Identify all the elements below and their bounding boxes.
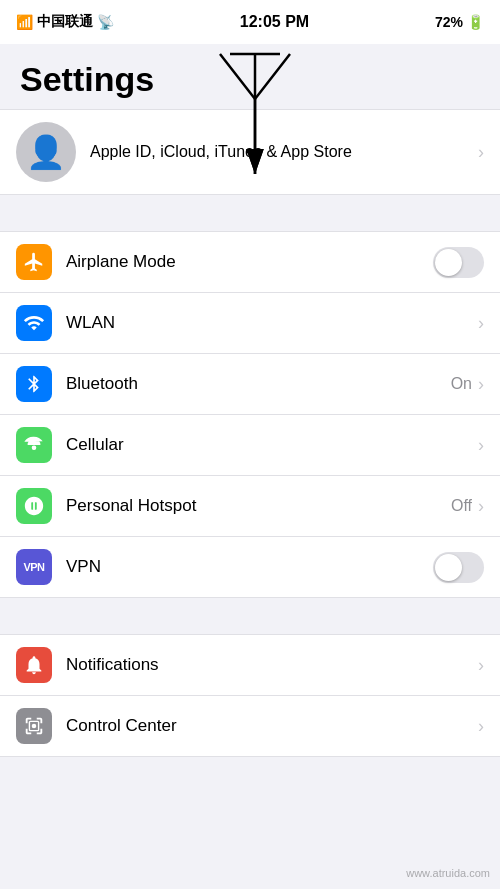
battery-label: 72%	[435, 14, 463, 30]
airplane-icon	[16, 244, 52, 280]
hotspot-label: Personal Hotspot	[66, 496, 451, 516]
wlan-label: WLAN	[66, 313, 472, 333]
hotspot-row[interactable]: Personal Hotspot Off ›	[0, 476, 500, 537]
control-center-row[interactable]: Control Center ›	[0, 696, 500, 756]
network-settings-group: Airplane Mode WLAN › Bluetooth On ›	[0, 231, 500, 598]
bluetooth-chevron-icon: ›	[478, 374, 484, 395]
hotspot-icon	[16, 488, 52, 524]
cellular-chevron-icon: ›	[478, 435, 484, 456]
watermark: www.atruida.com	[406, 867, 490, 879]
airplane-mode-label: Airplane Mode	[66, 252, 433, 272]
vpn-toggle-thumb	[435, 554, 462, 581]
hotspot-chevron-icon: ›	[478, 496, 484, 517]
status-bar: 📶 中国联通 📡 12:05 PM 72% 🔋	[0, 0, 500, 44]
svg-point-5	[32, 445, 37, 450]
airplane-mode-toggle-thumb	[435, 249, 462, 276]
wlan-chevron-icon: ›	[478, 313, 484, 334]
vpn-toggle[interactable]	[433, 552, 484, 583]
vpn-row[interactable]: VPN VPN	[0, 537, 500, 597]
hotspot-value: Off	[451, 497, 472, 515]
cellular-label: Cellular	[66, 435, 472, 455]
bluetooth-label: Bluetooth	[66, 374, 451, 394]
section-divider-1	[0, 195, 500, 231]
control-center-chevron-icon: ›	[478, 716, 484, 737]
section-divider-2	[0, 598, 500, 634]
header: Settings	[0, 44, 500, 109]
airplane-mode-toggle[interactable]	[433, 247, 484, 278]
notifications-chevron-icon: ›	[478, 655, 484, 676]
profile-section: 👤 Apple ID, iCloud, iTunes & App Store ›	[0, 109, 500, 195]
vpn-text: VPN	[23, 561, 44, 573]
wlan-row[interactable]: WLAN ›	[0, 293, 500, 354]
avatar-icon: 👤	[26, 133, 66, 171]
svg-point-7	[32, 724, 37, 729]
battery-icon: 🔋	[467, 14, 484, 30]
cellular-icon	[16, 427, 52, 463]
notifications-label: Notifications	[66, 655, 478, 675]
status-time: 12:05 PM	[240, 13, 309, 31]
cellular-row[interactable]: Cellular ›	[0, 415, 500, 476]
bluetooth-value: On	[451, 375, 472, 393]
control-center-icon	[16, 708, 52, 744]
vpn-label: VPN	[66, 557, 433, 577]
wifi-status-icon: 📡	[97, 14, 114, 30]
notifications-row[interactable]: Notifications ›	[0, 635, 500, 696]
airplane-mode-row[interactable]: Airplane Mode	[0, 232, 500, 293]
profile-label: Apple ID, iCloud, iTunes & App Store	[90, 143, 478, 161]
profile-chevron-icon: ›	[478, 142, 484, 163]
carrier-label: 中国联通	[37, 13, 93, 31]
wlan-icon	[16, 305, 52, 341]
profile-row[interactable]: 👤 Apple ID, iCloud, iTunes & App Store ›	[0, 109, 500, 195]
control-center-label: Control Center	[66, 716, 478, 736]
status-right: 72% 🔋	[435, 14, 484, 30]
bluetooth-icon	[16, 366, 52, 402]
page-title: Settings	[20, 60, 480, 99]
vpn-icon: VPN	[16, 549, 52, 585]
avatar: 👤	[16, 122, 76, 182]
bluetooth-row[interactable]: Bluetooth On ›	[0, 354, 500, 415]
notifications-settings-group: Notifications › Control Center ›	[0, 634, 500, 757]
notifications-icon	[16, 647, 52, 683]
status-left: 📶 中国联通 📡	[16, 13, 114, 31]
signal-icon: 📶	[16, 14, 33, 30]
